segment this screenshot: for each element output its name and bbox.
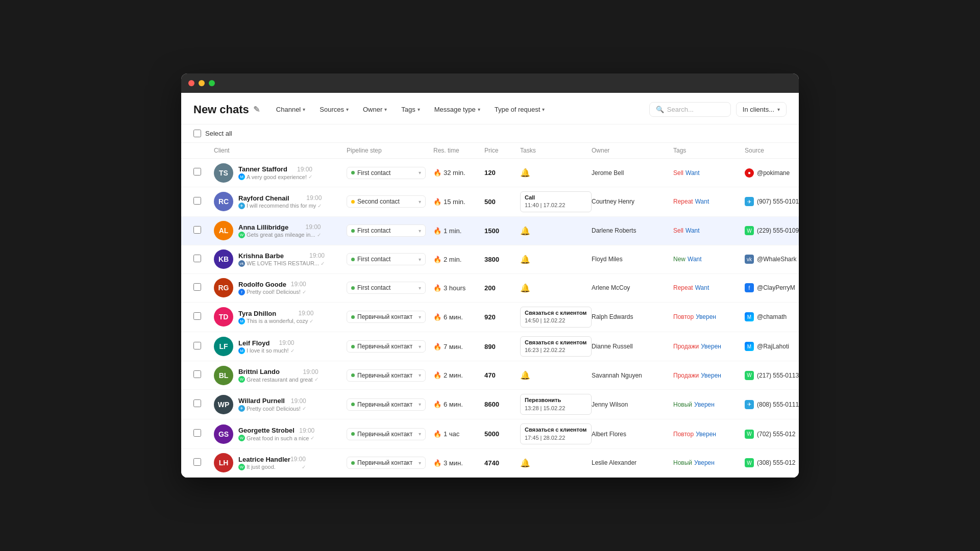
pipeline-dropdown[interactable]: First contact ▾ xyxy=(347,224,426,237)
column-headers: Client Pipeline step Res. time Price Tas… xyxy=(181,143,799,159)
client-time: 19:00 xyxy=(303,368,318,375)
tag-item[interactable]: New xyxy=(673,256,685,263)
client-filter-dropdown[interactable]: In clients... ▾ xyxy=(736,102,787,117)
tag-item[interactable]: Новый xyxy=(673,459,692,466)
tag-item[interactable]: Уверен xyxy=(696,431,716,438)
row-checkbox[interactable] xyxy=(193,255,201,262)
filter-type-of-request[interactable]: Type of request ▾ xyxy=(488,103,551,116)
tag-item[interactable]: Уверен xyxy=(701,372,721,379)
row-checkbox[interactable] xyxy=(193,226,201,234)
filter-owner[interactable]: Owner ▾ xyxy=(357,103,393,116)
tag-item[interactable]: Repeat xyxy=(673,198,693,205)
tag-item[interactable]: Повтор xyxy=(673,431,694,438)
tag-item[interactable]: Sell xyxy=(673,169,683,177)
minimize-button[interactable] xyxy=(199,80,205,86)
tag-item[interactable]: Продажи xyxy=(673,343,699,350)
tag-item[interactable]: Уверен xyxy=(694,401,715,408)
client-name[interactable]: Krishna Barbe xyxy=(238,252,284,260)
row-checkbox[interactable] xyxy=(193,458,201,466)
row-checkbox[interactable] xyxy=(193,342,201,349)
chevron-down-icon: ▾ xyxy=(419,344,421,349)
source-handle: (702) 555-012 xyxy=(757,431,795,438)
client-name[interactable]: Anna Lillibridge xyxy=(238,223,288,231)
client-info: Brittni Lando 19:00 W Great restaurant a… xyxy=(238,368,318,383)
pipeline-dropdown[interactable]: Первичный контакт ▾ xyxy=(347,398,426,411)
maximize-button[interactable] xyxy=(209,80,215,86)
pipeline-label: First contact xyxy=(357,284,390,291)
edit-icon[interactable]: ✎ xyxy=(253,105,260,114)
check-icon: ✓ xyxy=(290,348,295,354)
tag-item[interactable]: Sell xyxy=(673,227,683,234)
res-time-cell: 🔥 2 min. xyxy=(433,256,484,263)
client-name[interactable]: Brittni Lando xyxy=(238,368,280,375)
client-name[interactable]: Leif Floyd xyxy=(238,339,270,347)
source-icon: M xyxy=(745,342,754,351)
pipeline-cell: First contact ▾ xyxy=(347,282,433,294)
table-row: RC Rayford Chenail 19:00 ✈ I will recomm… xyxy=(181,187,799,217)
client-name[interactable]: Tyra Dhillon xyxy=(238,310,276,317)
row-checkbox[interactable] xyxy=(193,370,201,378)
search-box[interactable]: 🔍 Search... xyxy=(649,102,731,117)
pipeline-dropdown[interactable]: Первичный контакт ▾ xyxy=(347,457,426,469)
chevron-down-icon: ▾ xyxy=(303,107,305,112)
close-button[interactable] xyxy=(188,80,194,86)
filter-message-type[interactable]: Message type ▾ xyxy=(428,103,486,116)
filter-channel[interactable]: Channel ▾ xyxy=(270,103,311,116)
pipeline-cell: Первичный контакт ▾ xyxy=(347,369,433,382)
price-cell: 4740 xyxy=(484,459,520,467)
task-box: Связаться с клиентом 17:45 | 28.02.22 xyxy=(520,423,592,444)
pipeline-dropdown[interactable]: First contact ▾ xyxy=(347,167,426,179)
source-icon: ● xyxy=(745,168,754,178)
tag-item[interactable]: Продажи xyxy=(673,372,699,379)
chevron-down-icon: ▾ xyxy=(419,372,421,378)
pipeline-dropdown[interactable]: Первичный контакт ▾ xyxy=(347,428,426,440)
pipeline-dropdown[interactable]: First contact ▾ xyxy=(347,253,426,265)
pipeline-dropdown[interactable]: First contact ▾ xyxy=(347,282,426,294)
client-name[interactable]: Georgette Strobel xyxy=(238,427,295,434)
client-cell: BL Brittni Lando 19:00 W Great restauran… xyxy=(214,366,347,385)
tag-item[interactable]: Want xyxy=(685,169,700,177)
pipeline-dropdown[interactable]: Первичный контакт ▾ xyxy=(347,369,426,382)
filter-sources[interactable]: Sources ▾ xyxy=(313,103,355,116)
pipeline-dropdown[interactable]: Первичный контакт ▾ xyxy=(347,340,426,353)
select-all-checkbox[interactable] xyxy=(193,130,201,137)
tag-item[interactable]: Want xyxy=(695,198,709,205)
client-name[interactable]: Rodolfo Goode xyxy=(238,281,286,288)
tag-item[interactable]: Уверен xyxy=(701,343,721,350)
avatar: RG xyxy=(214,278,233,297)
tag-item[interactable]: Уверен xyxy=(696,313,716,320)
filter-tags[interactable]: Tags ▾ xyxy=(395,103,426,116)
pipeline-label: First contact xyxy=(357,256,390,263)
row-checkbox[interactable] xyxy=(193,197,201,205)
task-box: Перезвонить 13:28 | 15.02.22 xyxy=(520,394,592,415)
col-client: Client xyxy=(214,147,347,154)
row-checkbox[interactable] xyxy=(193,399,201,407)
pipeline-dropdown[interactable]: Первичный контакт ▾ xyxy=(347,311,426,323)
client-name[interactable]: Tanner Stafford xyxy=(238,165,287,173)
pipeline-label: Первичный контакт xyxy=(357,401,412,408)
res-time-value: 6 мин. xyxy=(444,313,463,321)
tag-item[interactable]: Want xyxy=(685,227,700,234)
preview-text: A very good experience! xyxy=(247,174,307,180)
client-name[interactable]: Leatrice Handler xyxy=(238,456,290,463)
row-checkbox[interactable] xyxy=(193,283,201,291)
pipeline-dropdown[interactable]: Second contact ▾ xyxy=(347,195,426,208)
tags-cell: Новый Уверен xyxy=(673,459,745,466)
tag-item[interactable]: Уверен xyxy=(694,459,715,466)
tags-cell: Повтор Уверен xyxy=(673,313,745,320)
tag-item[interactable]: Want xyxy=(695,284,709,291)
tag-item[interactable]: Repeat xyxy=(673,284,693,291)
row-checkbox[interactable] xyxy=(193,168,201,176)
tag-item[interactable]: Новый xyxy=(673,401,692,408)
tag-item[interactable]: Want xyxy=(688,256,702,263)
client-cell: LH Leatrice Handler 19:00 W It just good… xyxy=(214,453,347,472)
row-checkbox[interactable] xyxy=(193,429,201,437)
client-info: Tanner Stafford 19:00 M A very good expe… xyxy=(238,165,312,180)
client-name[interactable]: Willard Purnell xyxy=(238,397,285,405)
tag-item[interactable]: Повтор xyxy=(673,313,694,320)
flame-icon: 🔥 xyxy=(433,227,442,235)
client-name[interactable]: Rayford Chenail xyxy=(238,194,289,202)
row-checkbox[interactable] xyxy=(193,312,201,320)
client-time: 19:00 xyxy=(279,339,295,346)
task-cell: Связаться с клиентом 14:50 | 12.02.22 xyxy=(520,307,592,328)
